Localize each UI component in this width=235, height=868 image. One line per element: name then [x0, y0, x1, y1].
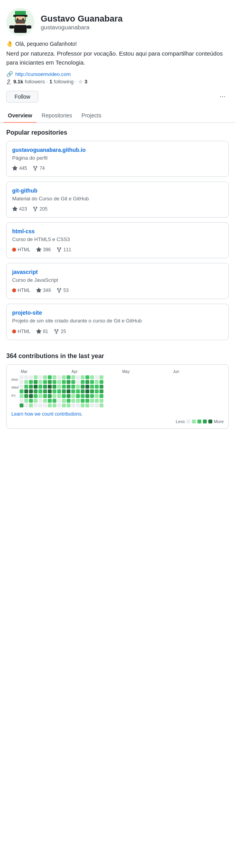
day-cell — [20, 389, 24, 393]
contrib-grid — [20, 375, 224, 407]
website-link[interactable]: http://cursoemvideo.com — [15, 71, 71, 77]
day-cell — [29, 380, 33, 384]
contribution-graph: Mar Apr May Jun Mon Wed Fri Learn how we… — [6, 364, 229, 429]
month-mar: Mar — [21, 369, 72, 374]
day-cell — [67, 399, 70, 403]
followers-count: 9.1k — [13, 79, 23, 85]
day-cell — [67, 389, 70, 393]
day-cell — [71, 399, 75, 403]
lang-dot — [12, 330, 16, 333]
day-cell — [38, 403, 42, 407]
day-cell — [85, 385, 89, 389]
day-cell — [62, 380, 66, 384]
day-cell — [48, 394, 52, 398]
repo-desc: Projeto de um site criado durante o curs… — [12, 317, 223, 324]
repo-stats: 423 205 — [12, 206, 223, 212]
day-cell — [81, 389, 85, 393]
day-cell — [38, 399, 42, 403]
day-cell — [48, 399, 52, 403]
day-cell — [29, 375, 33, 379]
day-cell — [62, 403, 66, 407]
repo-name[interactable]: gustavoguanabara.github.io — [12, 147, 223, 153]
day-cell — [52, 385, 56, 389]
week-col — [24, 375, 28, 407]
week-col — [52, 375, 56, 407]
username: gustavoguanabara — [41, 24, 123, 31]
legend-cell-2 — [197, 420, 201, 423]
day-cell — [71, 375, 75, 379]
star-icon-small: ☆ — [78, 79, 83, 85]
greeting-text: Olá, pequeno Gafanhoto! — [15, 41, 77, 47]
day-cell — [43, 375, 47, 379]
display-name: Gustavo Guanabara — [41, 14, 123, 24]
tab-repositories[interactable]: Repositories — [37, 108, 77, 122]
repo-cards-container: gustavoguanabara.github.io Página do per… — [6, 141, 229, 340]
day-cell — [52, 380, 56, 384]
legend-more-label: More — [214, 419, 224, 424]
day-cell — [24, 389, 28, 393]
week-col — [99, 375, 103, 407]
day-cell — [62, 375, 66, 379]
day-cell — [24, 375, 28, 379]
day-cell — [71, 380, 75, 384]
day-cell — [90, 394, 94, 398]
tab-overview[interactable]: Overview — [3, 108, 37, 122]
day-cell — [52, 394, 56, 398]
day-cell — [76, 394, 80, 398]
day-cell — [57, 389, 61, 393]
day-cell — [95, 380, 99, 384]
week-col — [29, 375, 33, 407]
week-col — [67, 375, 70, 407]
day-cell — [29, 394, 33, 398]
repo-name[interactable]: html-css — [12, 228, 223, 234]
day-cell — [81, 385, 85, 389]
day-cell — [90, 380, 94, 384]
day-cell — [34, 380, 38, 384]
day-cell — [99, 394, 103, 398]
more-button[interactable]: ··· — [216, 90, 229, 103]
day-cell — [48, 380, 52, 384]
day-cell — [90, 389, 94, 393]
legend-cell-0 — [186, 420, 190, 423]
day-cell — [71, 394, 75, 398]
repo-desc: Material do Curso de Git e GitHub — [12, 195, 223, 202]
week-col — [95, 375, 99, 407]
repo-name[interactable]: git-github — [12, 187, 223, 194]
day-cell — [57, 385, 61, 389]
repo-name[interactable]: javascript — [12, 269, 223, 275]
day-cell — [34, 389, 38, 393]
lang-dot — [12, 288, 16, 292]
tab-projects[interactable]: Projects — [77, 108, 106, 122]
svg-rect-9 — [27, 25, 31, 29]
day-cell — [76, 389, 80, 393]
day-cell — [24, 385, 28, 389]
day-cell — [52, 399, 56, 403]
repo-card: projeto-site Projeto de um site criado d… — [6, 304, 229, 340]
day-cell — [76, 399, 80, 403]
repo-card: html-css Curso de HTML5 e CSS3 HTML 396 … — [6, 222, 229, 258]
follow-button[interactable]: Follow — [6, 91, 38, 103]
day-cell — [34, 403, 38, 407]
day-cell — [85, 399, 89, 403]
followers-meta: 9.1k followers · 1 following · ☆ 3 — [6, 79, 229, 85]
repo-language: HTML — [12, 247, 31, 252]
greeting: 🤚 Olá, pequeno Gafanhoto! — [6, 41, 229, 47]
repo-stars: 81 — [36, 329, 48, 334]
day-cell — [95, 399, 99, 403]
day-cell — [20, 403, 24, 407]
day-cell — [43, 385, 47, 389]
learn-contributions-link[interactable]: Learn how we count contributions. — [11, 411, 83, 417]
day-cell — [81, 403, 85, 407]
day-cell — [38, 385, 42, 389]
repo-name[interactable]: projeto-site — [12, 310, 223, 316]
day-cell — [24, 403, 28, 407]
day-cell — [85, 389, 89, 393]
day-cell — [43, 380, 47, 384]
day-cell — [34, 375, 38, 379]
repo-forks: 205 — [33, 206, 47, 212]
month-labels-row: Mar Apr May Jun — [11, 369, 224, 374]
day-cell — [24, 399, 28, 403]
day-cell — [48, 375, 52, 379]
day-cell — [85, 375, 89, 379]
day-cell — [67, 394, 70, 398]
